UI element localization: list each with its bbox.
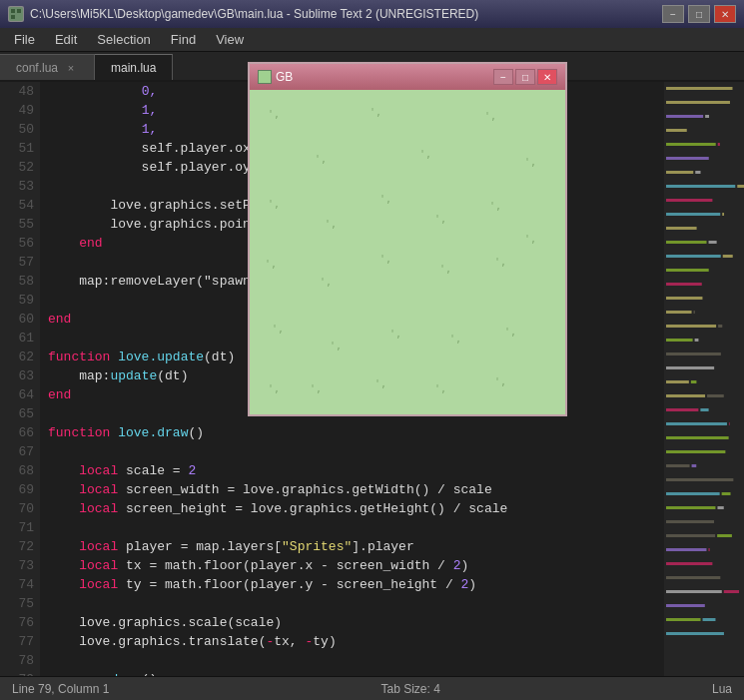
code-token: 0, (142, 84, 158, 99)
code-line: function love.draw() (48, 423, 664, 442)
game-sprite: ', (325, 220, 337, 230)
game-sprite: ', (484, 112, 496, 122)
game-sprite: ', (268, 200, 280, 210)
line-number: 67 (0, 442, 34, 461)
game-sprite: ', (320, 278, 332, 288)
menu-item-view[interactable]: View (206, 30, 254, 49)
status-bar: Line 79, Column 1 Tab Size: 4 Lua (0, 676, 744, 700)
line-number: 76 (0, 613, 34, 632)
game-sprite: ', (272, 325, 284, 335)
app-icon (8, 6, 24, 22)
code-token: ty = math.floor(player.y - screen_height… (126, 577, 460, 592)
game-sprite: ', (439, 265, 451, 275)
game-sprite: ', (489, 202, 501, 212)
code-token (48, 558, 79, 573)
code-token: () (142, 672, 158, 676)
game-sprite: ', (265, 260, 277, 270)
code-token: (dt) (204, 350, 235, 364)
game-sprite: ', (370, 108, 381, 118)
gb-minimize-button[interactable]: − (493, 69, 513, 85)
code-token: draw (110, 672, 141, 676)
game-sprite: ', (449, 335, 461, 345)
menu-item-file[interactable]: File (4, 30, 45, 49)
gb-close-button[interactable]: ✕ (537, 69, 557, 85)
code-token: love.draw (118, 425, 188, 440)
game-sprite: ', (379, 195, 391, 205)
game-sprite: ', (524, 235, 536, 245)
code-token: end (48, 387, 71, 402)
line-number: 54 (0, 196, 34, 215)
code-token: ].player (352, 539, 413, 554)
line-number: 60 (0, 310, 34, 329)
code-token: function (48, 350, 118, 364)
line-number: 62 (0, 348, 34, 366)
menu-item-edit[interactable]: Edit (45, 30, 87, 49)
game-sprite: ', (434, 384, 446, 394)
code-line: love.graphics.scale(scale) (48, 613, 664, 632)
code-token (48, 539, 79, 554)
line-number: 58 (0, 272, 34, 291)
tab-label: conf.lua (16, 61, 58, 75)
title-bar-left: C:\Users\Mi5KL\Desktop\gamedev\GB\main.l… (8, 6, 478, 22)
gb-title-text: GB (276, 70, 293, 84)
line-number: 57 (0, 253, 34, 272)
code-token: map: (48, 274, 110, 289)
code-token: local (79, 482, 126, 497)
line-number: 73 (0, 556, 34, 575)
code-token: local (79, 577, 126, 592)
code-token: love.graphics.scale(scale) (48, 615, 282, 630)
code-token: self.player.ox, (48, 141, 259, 156)
code-line (48, 518, 664, 537)
line-number: 68 (0, 461, 34, 480)
code-line: local screen_width = love.graphics.getWi… (48, 480, 664, 499)
game-sprite: ', (310, 384, 322, 394)
line-number: 61 (0, 329, 34, 348)
code-line: map:draw() (48, 670, 664, 676)
tab-label: main.lua (111, 61, 156, 75)
code-token (48, 122, 142, 137)
code-token: love.graphics.point (48, 217, 259, 232)
game-sprite: ', (330, 342, 342, 351)
svg-rect-1 (11, 9, 15, 13)
code-token: removeLayer("spawn (110, 274, 250, 289)
code-token (48, 84, 142, 99)
svg-rect-3 (11, 15, 15, 19)
gb-maximize-button[interactable]: □ (515, 69, 535, 85)
gb-window: GB − □ ✕ ',',',',',',',',',',',',',',','… (248, 62, 567, 416)
code-token: local (79, 539, 126, 554)
minimize-button[interactable]: − (662, 5, 684, 23)
tab-close-button[interactable]: × (64, 61, 78, 75)
code-token: self.player.oy) (48, 160, 259, 175)
code-token: love.update (118, 350, 204, 364)
line-number: 55 (0, 215, 34, 234)
code-line: local scale = 2 (48, 461, 664, 480)
code-token (48, 103, 142, 118)
menu-item-selection[interactable]: Selection (87, 30, 160, 49)
maximize-button[interactable]: □ (688, 5, 710, 23)
gb-title-bar: GB − □ ✕ (250, 64, 565, 90)
code-line (48, 651, 664, 670)
code-line: local tx = math.floor(player.x - screen_… (48, 556, 664, 575)
line-number: 51 (0, 139, 34, 158)
game-sprite: ', (419, 150, 431, 160)
code-line: love.graphics.translate(-tx, -ty) (48, 632, 664, 651)
menu-bar: FileEditSelectionFindView (0, 28, 744, 52)
close-button[interactable]: ✕ (714, 5, 736, 23)
code-token: 1, (142, 103, 158, 118)
code-token: function (48, 425, 118, 440)
line-number: 64 (0, 385, 34, 404)
tab-conf-lua[interactable]: conf.lua× (0, 54, 95, 80)
tab-main-lua[interactable]: main.lua (95, 54, 173, 80)
line-number: 69 (0, 480, 34, 499)
game-sprite: ', (268, 384, 280, 394)
game-sprite: ', (315, 155, 327, 165)
game-sprite: ', (434, 215, 446, 225)
game-sprite: ', (494, 258, 506, 268)
line-number: 53 (0, 177, 34, 196)
code-line: local ty = math.floor(player.y - screen_… (48, 575, 664, 594)
line-number: 48 (0, 82, 34, 101)
code-token: 2 (188, 463, 196, 478)
line-number: 74 (0, 575, 34, 594)
line-number: 66 (0, 423, 34, 442)
menu-item-find[interactable]: Find (161, 30, 206, 49)
